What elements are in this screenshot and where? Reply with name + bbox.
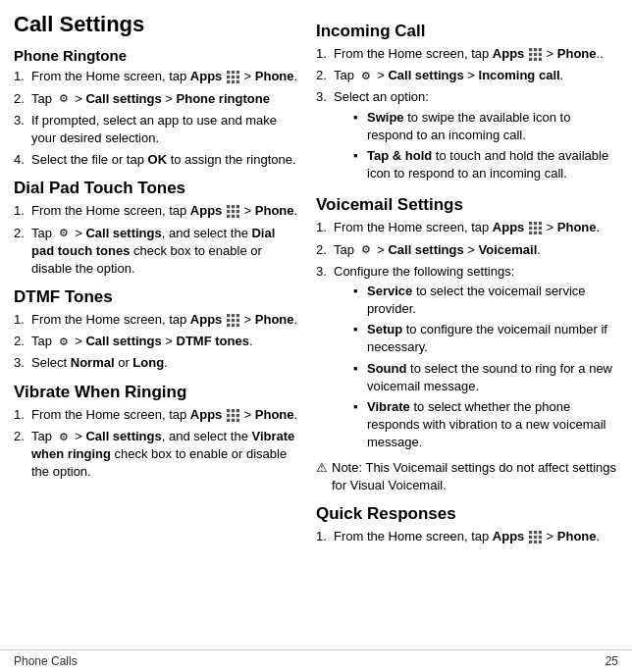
quick-responses-heading: Quick Responses: [316, 504, 618, 524]
bullet-item: ▪ Setup to configure the voicemail numbe…: [353, 321, 618, 356]
svg-rect-16: [232, 215, 235, 218]
list-item: 2. Tap ⚙ > Call settings > Phone rington…: [14, 90, 300, 108]
item-number: 1.: [14, 202, 31, 220]
svg-rect-53: [539, 232, 542, 234]
svg-rect-59: [539, 536, 542, 539]
list-item: 1. From the Home screen, tap Apps > Phon…: [14, 68, 300, 85]
svg-rect-2: [237, 71, 239, 74]
svg-rect-4: [232, 76, 235, 78]
vibrate-heading: Vibrate When Ringing: [14, 383, 300, 402]
svg-rect-0: [227, 71, 230, 74]
item-number: 1.: [316, 45, 334, 63]
item-text: Select Normal or Long.: [31, 354, 300, 372]
svg-rect-43: [534, 58, 537, 61]
footer: Phone Calls 25: [0, 649, 632, 672]
list-item: 1. From the Home screen, tap Apps > Phon…: [14, 202, 300, 220]
svg-rect-33: [227, 418, 230, 421]
bullet-item: ▪ Service to select the voicemail servic…: [353, 283, 618, 318]
svg-rect-13: [232, 210, 235, 213]
svg-rect-11: [237, 205, 239, 208]
svg-rect-34: [232, 418, 235, 421]
svg-rect-9: [227, 205, 230, 208]
item-number: 3.: [316, 88, 334, 185]
item-number: 2.: [316, 67, 334, 84]
item-number: 3.: [14, 354, 31, 372]
svg-rect-54: [529, 531, 532, 534]
item-text: From the Home screen, tap Apps > Phone.: [334, 528, 618, 545]
bullet-list: ▪ Swipe to swipe the available icon to r…: [353, 109, 618, 183]
list-item: 1. From the Home screen, tap Apps > Phon…: [316, 45, 618, 63]
item-text: Configure the following settings: ▪ Serv…: [334, 263, 618, 455]
svg-rect-18: [227, 314, 230, 317]
svg-rect-49: [534, 227, 537, 230]
item-number: 2.: [14, 225, 31, 279]
svg-rect-20: [237, 314, 239, 317]
page-title: Call Settings: [14, 12, 300, 37]
note-text: Note: This Voicemail settings do not aff…: [332, 459, 618, 494]
item-text: Tap ⚙ > Call settings > Voicemail.: [334, 241, 618, 259]
bullet-item: ▪ Vibrate to select whether the phone re…: [353, 398, 618, 452]
svg-rect-60: [529, 541, 532, 543]
bullet-text: Setup to configure the voicemail number …: [367, 321, 618, 356]
svg-rect-15: [227, 215, 230, 218]
svg-rect-22: [232, 319, 235, 322]
item-text: Tap ⚙ > Call settings > DTMF tones.: [31, 333, 300, 350]
svg-rect-6: [227, 80, 230, 83]
svg-rect-50: [539, 227, 542, 230]
item-number: 1.: [14, 406, 31, 424]
item-text: Tap ⚙ > Call settings, and select the Di…: [31, 225, 300, 279]
dial-pad-heading: Dial Pad Touch Tones: [14, 179, 300, 198]
left-column: Call Settings Phone Ringtone 1. From the…: [14, 12, 300, 649]
svg-rect-12: [227, 210, 230, 213]
item-number: 1.: [316, 219, 334, 236]
item-number: 1.: [316, 528, 334, 545]
svg-rect-26: [237, 324, 239, 327]
svg-rect-29: [237, 409, 239, 412]
list-item: 1. From the Home screen, tap Apps > Phon…: [316, 219, 618, 236]
bullet-icon: ▪: [353, 147, 365, 182]
svg-rect-36: [529, 48, 532, 51]
bullet-item: ▪ Tap & hold to touch and hold the avail…: [353, 147, 618, 182]
footer-left: Phone Calls: [14, 654, 78, 668]
footer-right: 25: [606, 654, 618, 668]
item-number: 2.: [316, 241, 334, 259]
svg-rect-48: [529, 227, 532, 230]
bullet-list: ▪ Service to select the voicemail servic…: [353, 283, 618, 452]
list-item: 1. From the Home screen, tap Apps > Phon…: [14, 406, 300, 424]
item-number: 1.: [14, 311, 31, 329]
svg-rect-25: [232, 324, 235, 327]
svg-rect-31: [232, 414, 235, 417]
page-container: Call Settings Phone Ringtone 1. From the…: [0, 0, 632, 672]
bullet-icon: ▪: [353, 109, 365, 144]
svg-rect-44: [539, 58, 542, 61]
svg-rect-56: [539, 531, 542, 534]
item-text: If prompted, select an app to use and ma…: [31, 112, 300, 147]
item-text: From the Home screen, tap Apps > Phone.: [31, 68, 300, 85]
bullet-text: Tap & hold to touch and hold the availab…: [367, 147, 618, 182]
svg-rect-37: [534, 48, 537, 51]
note-line: ⚠ Note: This Voicemail settings do not a…: [316, 459, 618, 494]
svg-rect-28: [232, 409, 235, 412]
item-number: 1.: [14, 68, 31, 85]
item-text: From the Home screen, tap Apps > Phone.: [31, 202, 300, 220]
svg-rect-30: [227, 414, 230, 417]
right-column: Incoming Call 1. From the Home screen, t…: [316, 12, 618, 649]
dtmf-heading: DTMF Tones: [14, 287, 300, 307]
list-item: 1. From the Home screen, tap Apps > Phon…: [316, 528, 618, 545]
item-text: Tap ⚙ > Call settings > Incoming call.: [334, 67, 618, 84]
item-number: 2.: [14, 333, 31, 350]
bullet-text: Service to select the voicemail service …: [367, 283, 618, 318]
svg-rect-62: [539, 541, 542, 543]
svg-rect-61: [534, 541, 537, 543]
svg-rect-10: [232, 205, 235, 208]
bullet-item: ▪ Swipe to swipe the available icon to r…: [353, 109, 618, 144]
svg-rect-7: [232, 80, 235, 83]
bullet-icon: ▪: [353, 283, 365, 318]
list-item: 2. Tap ⚙ > Call settings, and select the…: [14, 428, 300, 482]
item-text: From the Home screen, tap Apps > Phone..: [334, 45, 618, 63]
item-text: From the Home screen, tap Apps > Phone.: [334, 219, 618, 236]
item-text: Select the file or tap OK to assign the …: [31, 151, 300, 169]
item-text: Tap ⚙ > Call settings > Phone ringtone: [31, 90, 300, 108]
svg-rect-57: [529, 536, 532, 539]
svg-rect-5: [237, 76, 239, 78]
